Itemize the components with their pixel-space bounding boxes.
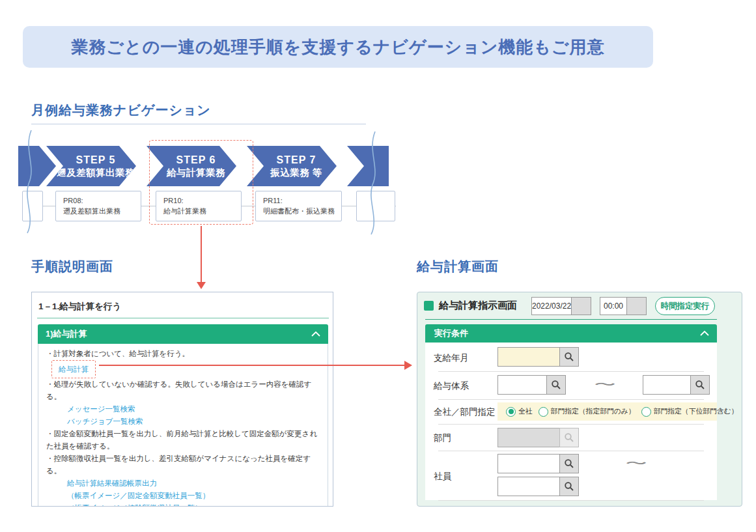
procedure-heading-rule (37, 318, 329, 318)
form-row-employee: 社員 〜 (425, 451, 717, 500)
procedure-step-text: ・計算対象者について、給与計算を行う。 (46, 348, 324, 360)
row-separator (438, 500, 704, 501)
procedure-step-text: ・控除額徴収社員一覧を出力し、差引支給額がマイナスになった社員を確定する。 (46, 453, 324, 477)
pr-name: 遡及差額算出業務 (63, 206, 141, 217)
department-input (497, 428, 560, 447)
radio-label: 全社 (518, 407, 533, 416)
arrow-right-line (99, 365, 405, 366)
payment-month-search-button[interactable] (559, 347, 579, 367)
range-tilde: 〜 (594, 378, 616, 392)
step-chevron-7[interactable]: STEP 7 振込業務 等 (247, 146, 337, 186)
search-icon (564, 352, 574, 362)
company-dept-label: 全社／部門指定 (434, 406, 496, 418)
pr-code: PR08: (63, 196, 141, 206)
department-label: 部門 (434, 432, 451, 444)
procedure-step-text: ・処理が失敗していないか確認する。失敗している場合はエラー内容を確認する。 (46, 378, 324, 403)
radio-option[interactable]: 部門指定（指定部門のみ） (539, 407, 636, 417)
procedure-link[interactable]: （帳票イメージ／固定金額変動社員一覧） (67, 490, 324, 502)
procedure-link[interactable]: 給与計算結果確認帳票出力 (67, 477, 324, 490)
date-picker-button[interactable] (572, 297, 591, 315)
search-icon (564, 481, 574, 492)
arrow-down-head (197, 282, 206, 289)
radio-label: 部門指定（指定部門のみ） (551, 407, 636, 416)
procedure-section-header[interactable]: 1)給与計算 (38, 324, 328, 344)
window-title-icon (424, 301, 434, 311)
procedure-link[interactable]: メッセージ一覧検索 (67, 403, 324, 415)
employee-label: 社員 (434, 471, 451, 483)
salary-system-from-search-button[interactable] (546, 375, 566, 395)
radio-unselected-icon[interactable] (641, 407, 651, 417)
pr-box-11[interactable]: PR11: 明細書配布・振込業務 (255, 191, 342, 221)
procedure-body: ・計算対象者について、給与計算を行う。給与計算・処理が失敗していないか確認する。… (38, 344, 328, 507)
execution-conditions-header[interactable]: 実行条件 (425, 324, 717, 343)
date-widget (531, 297, 591, 315)
banner-text: 業務ごとの一連の処理手順を支援するナビゲーション機能もご用意 (71, 36, 604, 59)
procedure-link[interactable]: （帳票イメージ／控除額徴収社員一覧） (67, 502, 324, 507)
radio-option[interactable]: 部門指定（下位部門含む） (641, 407, 738, 417)
window-title: 給与計算指示画面 (439, 300, 517, 312)
time-input[interactable] (600, 297, 627, 315)
step6-highlight-frame (149, 140, 253, 225)
procedure-step-text: ・固定金額変動社員一覧を出力し、前月給与計算と比較して固定金額が変更された社員を… (46, 428, 324, 453)
step-chevron-5[interactable]: STEP 5 遡及差額算出業務 (46, 146, 136, 186)
payroll-panel-title: 給与計算画面 (417, 258, 499, 275)
radio-selected-icon[interactable] (506, 407, 516, 417)
step-name: 遡及差額算出業務 (57, 167, 135, 178)
form-row-company-dept: 全社／部門指定 全社部門指定（指定部門のみ）部門指定（下位部門含む） (425, 399, 717, 424)
continuation-wave-left (22, 129, 36, 234)
department-search-button (559, 428, 579, 447)
payroll-form: 支給年月 給与体系 (425, 343, 717, 500)
execution-conditions-label: 実行条件 (434, 328, 468, 339)
page: 業務ごとの一連の処理手順を支援するナビゲーション機能もご用意 月例給与業務ナビゲ… (0, 0, 756, 532)
pr-name: 明細書配布・振込業務 (263, 206, 341, 217)
radio-option[interactable]: 全社 (506, 407, 533, 417)
payroll-panel: 給与計算指示画面 時間指定実行 実行条件 支給年月 (417, 292, 742, 507)
step-name: 振込業務 等 (270, 167, 322, 178)
procedure-line: 給与計算 (46, 360, 324, 378)
schedule-execute-button[interactable]: 時間指定実行 (655, 297, 715, 315)
procedure-heading: 1－1.給与計算を行う (38, 301, 121, 313)
time-picker-button[interactable] (627, 297, 647, 315)
form-row-salary-system: 給与体系 〜 (425, 371, 717, 399)
salary-system-from-input[interactable] (497, 375, 547, 395)
salary-system-to-search-button[interactable] (690, 375, 710, 395)
salary-system-label: 給与体系 (434, 380, 469, 392)
form-row-department: 部門 (425, 424, 717, 451)
time-widget (600, 297, 647, 315)
procedure-section-label: 1)給与計算 (46, 328, 87, 340)
step-number: STEP 5 (76, 154, 116, 167)
step-number: STEP 7 (277, 154, 316, 167)
dept-radio-group: 全社部門指定（指定部門のみ）部門指定（下位部門含む） (497, 402, 717, 421)
payment-month-input[interactable] (497, 347, 560, 367)
radio-unselected-icon[interactable] (539, 407, 548, 417)
date-input[interactable] (531, 297, 572, 315)
range-tilde: 〜 (625, 457, 647, 471)
employee-from-input[interactable] (497, 454, 560, 473)
search-icon (564, 458, 574, 469)
salary-system-to-input[interactable] (643, 375, 691, 395)
search-icon (564, 432, 574, 443)
pr-box-08[interactable]: PR08: 遡及差額算出業務 (55, 191, 141, 221)
banner: 業務ごとの一連の処理手順を支援するナビゲーション機能もご用意 (23, 26, 653, 68)
radio-label: 部門指定（下位部門含む） (654, 407, 738, 416)
pr-code: PR11: (263, 196, 341, 206)
arrow-down-line (201, 226, 202, 282)
nav-underline (31, 124, 366, 124)
procedure-link[interactable]: バッチジョブ一覧検索 (67, 415, 324, 428)
payroll-header-rule (425, 319, 717, 320)
chevron-up-icon[interactable] (311, 331, 320, 337)
payroll-header: 給与計算指示画面 時間指定実行 (417, 292, 742, 319)
arrow-right-head (404, 361, 412, 370)
employee-from-search-button[interactable] (559, 454, 579, 473)
employee-to-search-button[interactable] (559, 477, 579, 496)
search-icon (695, 380, 705, 390)
form-row-payment-month: 支給年月 (425, 343, 717, 371)
search-icon (551, 380, 561, 390)
nav-section-title: 月例給与業務ナビゲーション (31, 102, 211, 119)
payment-month-label: 支給年月 (434, 352, 469, 364)
chevron-up-icon[interactable] (700, 331, 709, 336)
procedure-link-highlighted[interactable]: 給与計算 (51, 360, 96, 378)
employee-to-input[interactable] (497, 477, 560, 496)
continuation-wave-right (366, 130, 380, 236)
procedure-panel-title: 手順説明画面 (31, 258, 113, 275)
